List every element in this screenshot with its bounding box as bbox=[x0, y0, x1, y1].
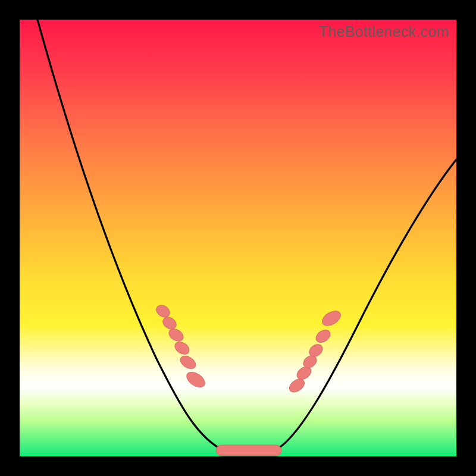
svg-point-5 bbox=[184, 369, 207, 390]
marker-cluster-bottom bbox=[216, 445, 281, 456]
svg-point-11 bbox=[314, 327, 333, 345]
svg-rect-6 bbox=[216, 445, 281, 456]
marker-cluster-left bbox=[154, 303, 208, 390]
marker-cluster-right bbox=[287, 308, 343, 395]
svg-point-4 bbox=[178, 353, 198, 371]
bottleneck-curve bbox=[20, 20, 456, 456]
svg-point-3 bbox=[173, 339, 192, 356]
chart-plot-area: TheBottleneck.com bbox=[20, 20, 456, 456]
svg-point-12 bbox=[320, 308, 343, 329]
curve-path bbox=[37, 20, 456, 455]
